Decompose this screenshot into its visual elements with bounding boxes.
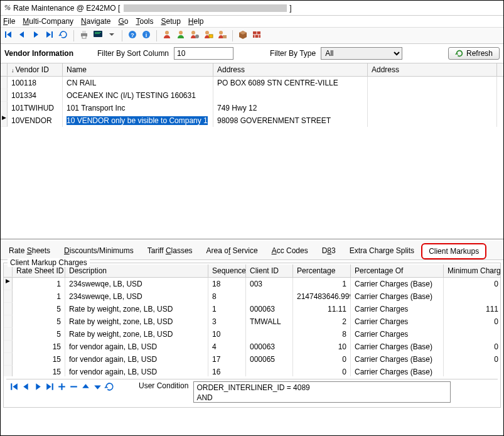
nav-first-icon[interactable]: [9, 381, 19, 394]
menu-file[interactable]: File: [3, 17, 15, 26]
col-address-2[interactable]: Address: [368, 63, 497, 76]
print-icon[interactable]: [79, 30, 89, 41]
refresh-icon[interactable]: [104, 381, 115, 394]
tab-client-markups[interactable]: Client Markups: [421, 243, 486, 259]
row-marker: [4, 315, 13, 328]
down-icon[interactable]: [92, 381, 103, 394]
row-marker: [1, 102, 8, 114]
table-row[interactable]: 15for vendor again, LB, USD160Carrier Ch…: [4, 366, 500, 376]
menubar: File Multi-Company Navigate Go Tools Set…: [1, 16, 503, 28]
user-card-icon[interactable]: [203, 30, 213, 41]
table-row[interactable]: ▶1234swewqe, LB, USD180031Carrier Charge…: [4, 278, 500, 290]
user-folder-icon[interactable]: [217, 30, 227, 41]
nav-prev-icon[interactable]: [21, 381, 31, 394]
filter-sort-label: Filter By Sort Column: [97, 49, 169, 58]
col-sequence[interactable]: Sequence: [208, 264, 246, 277]
nav-next-icon[interactable]: [31, 30, 41, 41]
col-percentage[interactable]: Percentage: [293, 264, 351, 277]
col-minimum-charge[interactable]: Minimum Charge: [444, 264, 500, 277]
redacted-title: [124, 4, 287, 12]
add-icon[interactable]: [56, 381, 67, 394]
menu-help[interactable]: Help: [188, 17, 204, 26]
table-row[interactable]: 5Rate by weight, zone, LB, USD100006311.…: [4, 303, 500, 315]
col-percentage-of[interactable]: Percentage Of: [351, 264, 444, 277]
table-row[interactable]: 1234swewqe, LB, USD82147483646.999Carrie…: [4, 290, 500, 303]
cell-sequence: 17: [208, 353, 246, 366]
menu-navigate[interactable]: Navigate: [81, 17, 110, 26]
cell-sequence: 16: [208, 366, 246, 376]
filter-type-select[interactable]: All: [321, 47, 402, 60]
menu-setup[interactable]: Setup: [161, 17, 180, 26]
refresh-icon[interactable]: [58, 30, 68, 41]
dropdown-icon[interactable]: [107, 30, 117, 41]
nav-first-icon[interactable]: [3, 30, 13, 41]
tab-extra-charge-splits[interactable]: Extra Charge Splits: [343, 243, 421, 259]
svg-point-13: [195, 35, 199, 38]
tab-discounts[interactable]: Discounts/Minimums: [57, 243, 141, 259]
cell-minimum-charge: 111: [444, 303, 500, 315]
menu-multi[interactable]: Multi-Company: [23, 17, 73, 26]
col-address-1[interactable]: Address: [213, 63, 368, 76]
nav-last-icon[interactable]: [45, 381, 55, 394]
filter-type-label: Filter By Type: [270, 49, 316, 58]
user-gear-icon[interactable]: [190, 30, 200, 41]
tab-acc-codes[interactable]: Acc Codes: [265, 243, 315, 259]
monitor-icon[interactable]: [93, 30, 103, 41]
cell-client-id: 000065: [246, 353, 293, 366]
titlebar: % Rate Maintenance @ E242MO [ ]: [1, 1, 503, 16]
user-green-icon[interactable]: [176, 30, 186, 41]
row-marker-header: [1, 63, 8, 76]
up-icon[interactable]: [80, 381, 91, 394]
cell-vendor-id: 101TWIHUD: [8, 102, 63, 114]
cell-percentage-of: Carrier Charges (Base): [351, 290, 444, 303]
menu-tools[interactable]: Tools: [136, 17, 153, 26]
toolbar: ? i: [1, 28, 503, 44]
nav-next-icon[interactable]: [33, 381, 43, 394]
table-row[interactable]: 5Rate by weight, zone, LB, USD108Carrier…: [4, 328, 500, 341]
table-row[interactable]: 15for vendor again, LB, USD400006310Carr…: [4, 341, 500, 353]
tab-area-of-service[interactable]: Area of Service: [200, 243, 265, 259]
cell-name: OCEANEX INC (I/L) TESTING 160631: [63, 89, 213, 102]
cell-sequence: 8: [208, 290, 246, 303]
refresh-button[interactable]: Refresh: [448, 47, 500, 60]
brick-icon[interactable]: [252, 30, 262, 41]
table-row[interactable]: 101334OCEANEX INC (I/L) TESTING 160631: [1, 89, 503, 102]
tab-rate-sheets[interactable]: Rate Sheets: [2, 243, 57, 259]
help-icon[interactable]: ?: [127, 30, 137, 41]
col-name[interactable]: Name: [63, 63, 213, 76]
cell-vendor-id: 100118: [8, 77, 63, 89]
cell-percentage: 2147483646.999: [293, 290, 351, 303]
svg-point-11: [179, 31, 183, 35]
box-icon[interactable]: [238, 30, 248, 41]
cell-client-id: 000063: [246, 341, 293, 353]
cell-address-1: [213, 89, 368, 102]
user-icon[interactable]: [162, 30, 172, 41]
remove-icon[interactable]: [68, 381, 79, 394]
separator: [156, 30, 157, 41]
cell-address-2: [368, 89, 497, 102]
filter-row: Vendor Information Filter By Sort Column…: [1, 44, 503, 63]
info-icon[interactable]: i: [141, 30, 151, 41]
table-row[interactable]: ▶10VENDOR10 VENDOR only be visible to Co…: [1, 114, 503, 127]
table-row[interactable]: 100118CN RAILPO BOX 6089 STN CENTRE-VILL…: [1, 77, 503, 89]
tab-d83[interactable]: D83: [315, 243, 343, 259]
cell-name: 101 Transport Inc: [63, 102, 213, 114]
nav-last-icon[interactable]: [45, 30, 55, 41]
menu-go[interactable]: Go: [118, 17, 128, 26]
nav-prev-icon[interactable]: [17, 30, 27, 41]
row-marker: [1, 89, 8, 102]
row-marker: [4, 303, 13, 315]
table-row[interactable]: 5Rate by weight, zone, LB, USD3TMWALL2Ca…: [4, 315, 500, 328]
cell-description: for vendor again, LB, USD: [65, 366, 208, 376]
client-markup-groupbox: Client Markup Charges Rate Sheet ID Desc…: [3, 263, 501, 408]
row-marker: ▶: [1, 114, 8, 127]
table-row[interactable]: 15for vendor again, LB, USD170000650Carr…: [4, 353, 500, 366]
cell-description: 234swewqe, LB, USD: [65, 290, 208, 303]
row-marker: [1, 77, 8, 89]
user-condition-field[interactable]: ORDER_INTERLINER_ID = 4089 AND: [193, 381, 451, 403]
col-client-id[interactable]: Client ID: [246, 264, 293, 277]
table-row[interactable]: 101TWIHUD101 Transport Inc749 Hwy 12: [1, 102, 503, 114]
filter-sort-input[interactable]: [174, 47, 233, 60]
tab-tariff-classes[interactable]: Tariff Classes: [141, 243, 200, 259]
col-vendor-id[interactable]: ↓Vendor ID: [8, 63, 63, 76]
